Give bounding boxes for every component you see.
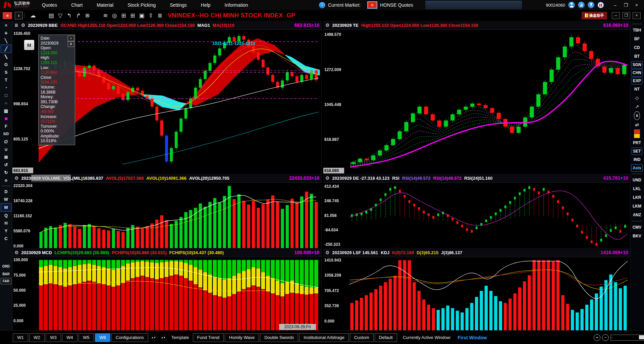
layers-icon[interactable]: ≣ xyxy=(155,11,164,19)
hide-drawings-tool[interactable]: ∅ xyxy=(1,138,11,146)
left-tool[interactable] xyxy=(1,242,11,263)
chart-grid-icon[interactable]: ▤ xyxy=(47,11,56,19)
undo-tool[interactable]: ↺ xyxy=(1,161,11,169)
gear-icon[interactable]: ⚙ xyxy=(21,22,25,28)
parallel-line-tool[interactable]: ╲╲ xyxy=(0,53,12,61)
sort-up-down-button-1[interactable]: ▲▼ xyxy=(150,334,157,342)
export-icon[interactable]: ⇪ xyxy=(146,11,155,19)
back-button[interactable]: ‹ xyxy=(15,12,23,19)
window-layout-button[interactable]: W4 xyxy=(62,333,77,342)
delete-tool[interactable]: ⊠ xyxy=(1,153,11,161)
menu-item[interactable]: Quotes xyxy=(35,2,64,8)
template-button[interactable]: Fund Trend xyxy=(193,333,224,342)
account-icon[interactable] xyxy=(568,2,575,8)
template-button[interactable]: Custom xyxy=(350,333,374,342)
redo-tool[interactable]: ↻ xyxy=(1,169,11,176)
period-quarter[interactable]: Q xyxy=(1,212,11,219)
target-icon[interactable]: ◎ xyxy=(110,11,119,19)
bar-button[interactable]: BAR xyxy=(1,270,11,278)
template-button[interactable]: Double Swords xyxy=(260,333,298,342)
tool-t[interactable]: T xyxy=(1,76,11,84)
cd-button[interactable]: CD xyxy=(634,44,640,52)
window-layout-button[interactable]: W6 xyxy=(95,333,110,342)
minimize-button[interactable]: – xyxy=(610,1,620,9)
line-tool[interactable]: ╲ xyxy=(1,37,11,45)
axis-button[interactable]: Axis xyxy=(631,164,642,172)
nt-button[interactable]: NT xyxy=(634,85,640,93)
ord-button[interactable]: ORD xyxy=(1,263,11,270)
tool-sd[interactable]: S/D xyxy=(1,130,11,138)
far-button[interactable]: FAR xyxy=(1,278,11,284)
menu-item[interactable]: Material xyxy=(90,2,120,8)
template-button[interactable]: Homily Wave xyxy=(225,333,259,342)
period-month[interactable]: M xyxy=(1,203,11,212)
chn-button[interactable]: CHN xyxy=(631,69,643,76)
vietnam-flag-icon[interactable]: ★ xyxy=(367,1,377,9)
lkl-button[interactable]: LKL xyxy=(633,185,641,193)
homily-badge-icon[interactable] xyxy=(597,2,604,8)
toolbar-icon[interactable] xyxy=(38,11,47,19)
period-week[interactable]: W xyxy=(1,195,11,203)
page-forward-icon[interactable]: ↱ xyxy=(74,11,83,19)
gear-icon[interactable]: ⚙ xyxy=(325,22,330,28)
gear-icon[interactable]: ⚙ xyxy=(14,250,19,255)
period-year[interactable]: Y xyxy=(1,227,11,235)
tooltip-gear-icon[interactable]: ⚙ xyxy=(68,41,74,47)
fill-color-tool[interactable]: ■ xyxy=(1,115,11,122)
collapse-handle[interactable]: ≡ xyxy=(1,21,11,29)
menu-item[interactable]: Help xyxy=(194,2,218,8)
bkv-button[interactable]: BKV xyxy=(633,232,641,240)
gear-icon[interactable]: ⚙ xyxy=(14,175,19,181)
lsf-chart-canvas[interactable] xyxy=(323,257,630,331)
rect-tool[interactable]: □ xyxy=(1,92,11,99)
list-icon[interactable]: ≣ xyxy=(14,22,18,28)
window-layout-button[interactable]: W3 xyxy=(46,333,61,342)
scroll-left-arrow[interactable]: ‹ xyxy=(611,336,612,339)
institution-icon[interactable] xyxy=(578,2,585,8)
template-button[interactable]: Institutional Arbitrage xyxy=(299,333,348,342)
download-cloud-icon[interactable]: ↓ xyxy=(319,2,325,8)
gann-tool[interactable]: ◔ xyxy=(1,84,11,92)
close-button[interactable]: × xyxy=(632,1,641,9)
diamond-icon[interactable]: ◇ xyxy=(635,94,639,102)
right-tool[interactable] xyxy=(632,221,642,221)
upload-cloud-icon[interactable]: ☁ xyxy=(29,11,38,19)
right-tool[interactable] xyxy=(632,174,642,174)
zoom-in-button[interactable]: + xyxy=(594,334,600,341)
volume-chart-canvas[interactable] xyxy=(12,183,321,248)
period-m-button[interactable]: M xyxy=(24,40,34,50)
bt-button[interactable]: BT xyxy=(634,52,640,60)
sort-up-down-button-2[interactable]: ▲▼ xyxy=(160,334,167,342)
period-day[interactable]: D xyxy=(1,188,11,195)
child-close-button[interactable]: × xyxy=(633,12,641,19)
toolbar-icon[interactable] xyxy=(92,11,101,19)
menu-item[interactable]: Settings xyxy=(163,2,194,8)
swap-arrows-icon[interactable]: ⇄ xyxy=(635,121,639,129)
window-layout-button[interactable]: W1 xyxy=(13,333,28,342)
gear-icon[interactable]: ⚙ xyxy=(325,250,330,255)
und-button[interactable]: UND xyxy=(633,176,641,184)
child-minimize-button[interactable]: – xyxy=(612,12,620,19)
magnet-tool[interactable]: ∪ xyxy=(1,146,11,153)
menu-item[interactable]: Information xyxy=(218,2,255,8)
restore-button[interactable]: ❐ xyxy=(621,1,631,9)
ind-button[interactable]: IND xyxy=(634,156,641,164)
time-scrollbar[interactable]: ‹ › xyxy=(610,335,644,341)
prt-button[interactable]: PRT xyxy=(633,139,641,147)
brand-button[interactable]: 操盘助手 xyxy=(582,12,607,19)
template-button[interactable]: Default xyxy=(375,333,397,342)
save-icon[interactable]: ▣ xyxy=(137,11,146,19)
filter-icon[interactable]: ▽ xyxy=(56,11,65,19)
bf-button[interactable]: BF xyxy=(634,35,640,43)
page-back-icon[interactable]: ↰ xyxy=(65,11,74,19)
add-window-icon[interactable]: ⊞ xyxy=(119,11,128,19)
tool-o[interactable]: o xyxy=(1,176,11,184)
right-tool[interactable] xyxy=(632,24,642,24)
market-flag-button[interactable]: ★ xyxy=(3,12,12,19)
clear-icon[interactable]: ⊗ xyxy=(83,11,92,19)
tbh-button[interactable]: TBH xyxy=(633,26,641,34)
trend-line-tool[interactable]: ╱ xyxy=(1,45,11,53)
trend-chart-icon[interactable]: ↗ xyxy=(635,103,639,111)
left-tool[interactable] xyxy=(2,186,10,186)
exp-button[interactable]: EXP xyxy=(632,77,642,84)
